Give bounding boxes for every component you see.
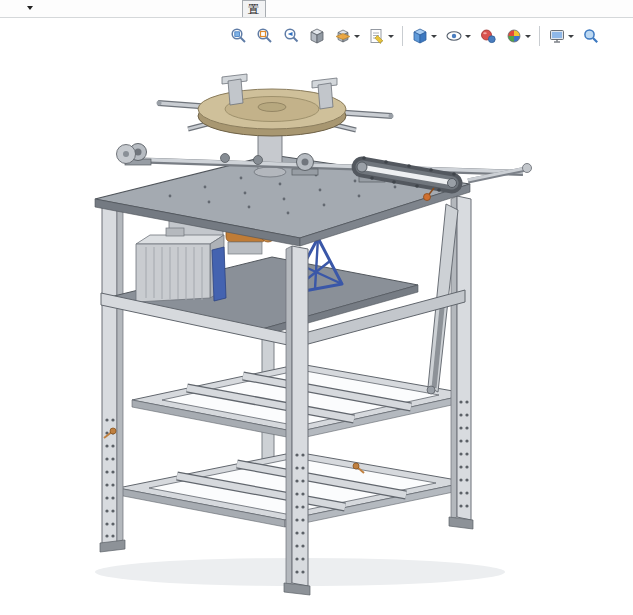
display-style-cube-icon [411,27,429,45]
dropdown-caret-icon[interactable] [431,35,437,38]
cad-model [0,0,633,615]
format-tab[interactable]: 置 [242,0,266,17]
view-settings-monitor-icon [548,27,566,45]
toolbar-divider [539,26,540,46]
menubar: 置 [0,0,633,18]
edit-appearance-icon [479,27,497,45]
section-view-button[interactable] [330,21,364,51]
dropdown-caret-icon[interactable] [465,35,471,38]
zoom-to-fit-button[interactable] [226,21,252,51]
zoom-to-area-button[interactable] [252,21,278,51]
hide-show-items-icon [445,27,463,45]
sketch-annotation-button[interactable] [364,21,398,51]
display-style-button[interactable] [407,21,441,51]
edit-appearance-button[interactable] [475,21,501,51]
section-view-icon [334,27,352,45]
sketch-annotation-icon [368,27,386,45]
zoom-to-area-icon [256,27,274,45]
menu-dropdown-caret-icon[interactable] [27,6,33,10]
dropdown-caret-icon[interactable] [525,35,531,38]
view-orientation-cube-icon [308,27,326,45]
dropdown-caret-icon[interactable] [388,35,394,38]
view-orientation-button[interactable] [304,21,330,51]
apply-scene-button[interactable] [501,21,535,51]
gearbox-motor [136,228,224,302]
hide-show-items-button[interactable] [441,21,475,51]
zoom-magnifier-button[interactable] [578,21,604,51]
stand-front-leg [284,246,310,595]
dropdown-caret-icon[interactable] [568,35,574,38]
stand-left-leg [100,203,125,552]
zoom-magnifier-icon [582,27,600,45]
toolbar-divider [402,26,403,46]
apply-scene-icon [505,27,523,45]
dropdown-caret-icon[interactable] [354,35,360,38]
heads-up-toolbar [226,21,604,51]
zoom-to-fit-icon [230,27,248,45]
graphics-area[interactable] [0,0,633,615]
previous-view-icon [282,27,300,45]
previous-view-button[interactable] [278,21,304,51]
view-settings-button[interactable] [544,21,578,51]
